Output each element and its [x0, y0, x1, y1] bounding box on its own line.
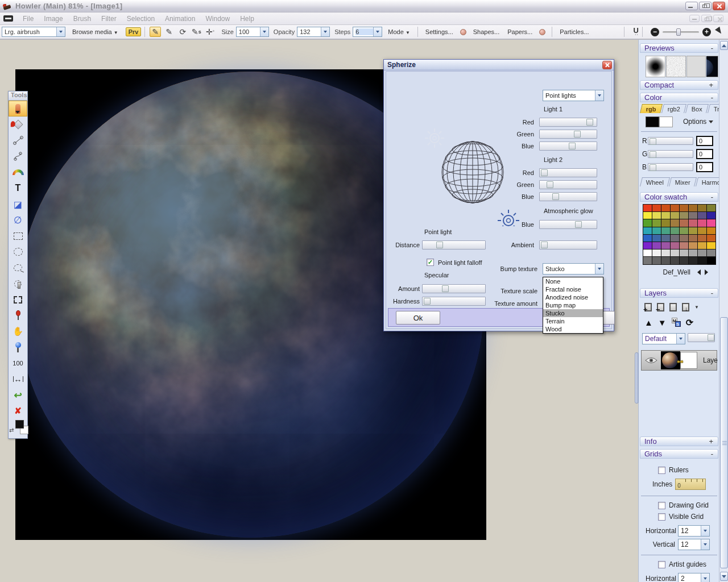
- layer-visibility-icon[interactable]: [645, 356, 657, 364]
- move-layer-up-button[interactable]: ▲: [644, 318, 653, 327]
- swatch-cell[interactable]: [671, 250, 679, 256]
- swatch-cell[interactable]: [680, 235, 688, 242]
- scroll-down-button[interactable]: [720, 572, 728, 581]
- drawing-grid-row[interactable]: Drawing Grid: [658, 501, 709, 509]
- swatch-cell[interactable]: [707, 257, 715, 264]
- swatch-cell[interactable]: [680, 205, 688, 211]
- swatch-cell[interactable]: [680, 257, 688, 264]
- zoom-slider[interactable]: [663, 31, 699, 33]
- swatch-cell[interactable]: [689, 227, 697, 234]
- swatch-cell[interactable]: [652, 250, 661, 256]
- tab-box[interactable]: Box: [685, 104, 709, 113]
- zoom-out-button[interactable]: −: [651, 28, 659, 36]
- info-header[interactable]: Info+: [640, 436, 718, 446]
- swatch-cell[interactable]: [671, 219, 679, 226]
- r-channel-slider[interactable]: [648, 137, 693, 145]
- swatch-cell[interactable]: [707, 212, 715, 219]
- swatch-cell[interactable]: [680, 227, 688, 234]
- zoom-slider-thumb[interactable]: [676, 28, 681, 36]
- horizontal-grid-select[interactable]: 12: [678, 525, 710, 537]
- grids-header[interactable]: Grids-: [640, 449, 718, 459]
- blend-mode-select[interactable]: Default: [642, 333, 685, 344]
- settings-button[interactable]: Settings...: [425, 28, 453, 35]
- artist-guides-checkbox[interactable]: [658, 561, 665, 568]
- rulers-checkbox[interactable]: [658, 467, 665, 474]
- bump-option-bump-map[interactable]: Bump map: [543, 301, 603, 309]
- swatch-cell[interactable]: [707, 242, 715, 249]
- mdi-child-icon[interactable]: [3, 15, 13, 22]
- menu-file[interactable]: File: [18, 15, 39, 23]
- swatch-cell[interactable]: [689, 205, 697, 211]
- swatch-cell[interactable]: [698, 219, 706, 226]
- swatch-cell[interactable]: [689, 235, 697, 242]
- swatch-cell[interactable]: [661, 235, 670, 242]
- distance-slider[interactable]: [422, 240, 486, 250]
- options-button[interactable]: Options: [683, 118, 713, 126]
- scroll-up-button[interactable]: [720, 41, 728, 50]
- swatch-cell[interactable]: [643, 212, 652, 219]
- panel-splitter-handle[interactable]: [635, 352, 639, 404]
- mask-select-icon[interactable]: MS: [672, 318, 681, 327]
- swatch-cell[interactable]: [689, 212, 697, 219]
- swatch-cell[interactable]: [698, 235, 706, 242]
- merge-layer-button[interactable]: ↓: [682, 303, 689, 311]
- tab-mixer[interactable]: Mixer: [669, 177, 697, 186]
- swatch-cell[interactable]: [680, 250, 688, 256]
- eyedropper-tool[interactable]: [9, 307, 27, 323]
- swatch-cell[interactable]: [661, 242, 670, 249]
- fill-tool[interactable]: [9, 117, 27, 132]
- brush-preset-select[interactable]: Lrg. airbrush: [2, 27, 65, 37]
- color-header[interactable]: Color-: [640, 93, 718, 102]
- bump-option-terrain[interactable]: Terrain: [543, 317, 603, 325]
- swatch-cell[interactable]: [661, 212, 670, 219]
- b-channel-slider[interactable]: [648, 163, 693, 171]
- bump-option-fractal-noise[interactable]: Fractal noise: [543, 285, 603, 293]
- foreground-color-swatch[interactable]: [15, 420, 24, 429]
- zoom-in-button[interactable]: +: [702, 28, 711, 36]
- steps-input[interactable]: 6: [353, 27, 382, 37]
- opacity-input[interactable]: 132: [297, 27, 330, 37]
- rect-select-tool[interactable]: [9, 228, 27, 244]
- cycle-icon[interactable]: ⟳: [177, 27, 188, 37]
- ok-button[interactable]: Ok: [396, 311, 440, 325]
- menu-brush[interactable]: Brush: [68, 15, 96, 23]
- foreground-background-swatches[interactable]: ⇄: [9, 419, 27, 438]
- light2-blue-slider[interactable]: [539, 192, 597, 201]
- shapes-button[interactable]: Shapes...: [473, 28, 499, 35]
- menu-image[interactable]: Image: [39, 15, 68, 23]
- text-tool[interactable]: T: [9, 180, 27, 196]
- swatch-cell[interactable]: [671, 227, 679, 234]
- menu-animation[interactable]: Animation: [160, 15, 200, 23]
- swatch-cell[interactable]: [661, 250, 670, 256]
- swatch-cell[interactable]: [643, 219, 652, 226]
- g-channel-value[interactable]: 0: [696, 149, 713, 159]
- swatch-cell[interactable]: [643, 250, 652, 256]
- compact-header[interactable]: Compact+: [640, 80, 718, 90]
- swatch-cell[interactable]: [643, 235, 652, 242]
- duplicate-layer-button[interactable]: [669, 303, 677, 311]
- prv-button[interactable]: Prv: [126, 27, 142, 36]
- specular-amount-slider[interactable]: [422, 284, 486, 293]
- well-next-button[interactable]: [705, 269, 711, 275]
- swatch-cell[interactable]: [671, 235, 679, 242]
- airbrush-tool[interactable]: [9, 101, 27, 117]
- swatch-cell[interactable]: [643, 227, 652, 234]
- menu-selection[interactable]: Selection: [122, 15, 160, 23]
- point-light-falloff-checkbox[interactable]: ✓: [427, 259, 434, 266]
- browse-media-button[interactable]: Browse media ▼: [72, 28, 118, 35]
- artist-horizontal-select[interactable]: 2: [678, 573, 710, 582]
- papers-button[interactable]: Papers...: [507, 28, 532, 35]
- primary-color-swatch[interactable]: [646, 117, 659, 127]
- swatch-cell[interactable]: [661, 227, 670, 234]
- swatch-cell[interactable]: [707, 219, 715, 226]
- b-channel-value[interactable]: 0: [696, 162, 713, 172]
- filled-rect-tool[interactable]: ◪: [9, 196, 27, 212]
- swatch-cell[interactable]: [707, 235, 715, 242]
- zoom-tool[interactable]: [9, 339, 27, 355]
- swatch-cell[interactable]: [707, 227, 715, 234]
- swatch-cell[interactable]: [707, 205, 715, 211]
- swatch-cell[interactable]: [698, 227, 706, 234]
- swatch-cell[interactable]: [680, 219, 688, 226]
- tab-rgb2[interactable]: rgb2: [661, 104, 686, 113]
- dialog-titlebar[interactable]: Spherize: [384, 60, 614, 70]
